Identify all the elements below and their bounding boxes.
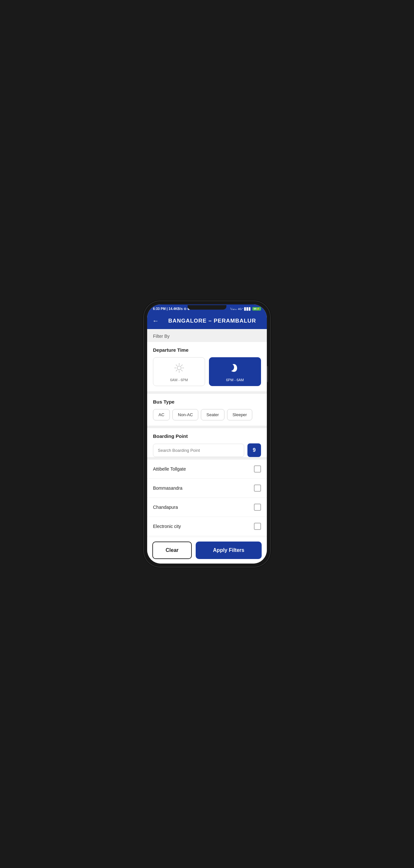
departure-time-title: Departure Time bbox=[153, 347, 261, 353]
boarding-checkbox-chandapura[interactable] bbox=[254, 504, 261, 511]
bus-type-seater[interactable]: Seater bbox=[201, 409, 224, 421]
filter-by-label: Filter By bbox=[153, 334, 261, 339]
svg-line-8 bbox=[176, 370, 177, 371]
departure-time-section: Departure Time bbox=[147, 342, 267, 391]
apply-filters-button[interactable]: Apply Filters bbox=[196, 541, 262, 559]
signal-icon: 𝕍ₒₗₜₑ bbox=[230, 307, 237, 311]
boarding-checkbox-bommasandra[interactable] bbox=[254, 485, 261, 492]
boarding-item-attibelle[interactable]: Attibelle Tollgate bbox=[147, 460, 267, 479]
boarding-search-row: 9 bbox=[153, 443, 261, 457]
boarding-checkbox-electronic-city[interactable] bbox=[254, 523, 261, 530]
time-option-day[interactable]: 6AM - 6PM bbox=[153, 357, 205, 386]
boarding-checkbox-attibelle[interactable] bbox=[254, 465, 261, 472]
page-title: BANGALORE – PERAMBALUR bbox=[163, 318, 262, 324]
filter-by-section: Filter By bbox=[147, 329, 267, 342]
back-button[interactable]: ← bbox=[152, 317, 159, 324]
clear-button[interactable]: Clear bbox=[152, 541, 192, 559]
moon-icon bbox=[230, 363, 240, 375]
boarding-point-title: Boarding Point bbox=[153, 433, 261, 439]
day-time-label: 6AM - 6PM bbox=[170, 378, 188, 382]
time-options-container: 6AM - 6PM 6PM - 6AM bbox=[153, 357, 261, 386]
bottom-actions: Clear Apply Filters bbox=[147, 537, 267, 563]
bus-type-title: Bus Type bbox=[153, 399, 261, 405]
boarding-count-badge: 9 bbox=[247, 443, 261, 457]
svg-point-0 bbox=[177, 366, 181, 370]
night-time-label: 6PM - 6AM bbox=[226, 378, 244, 382]
boarding-point-section: Boarding Point 9 bbox=[147, 428, 267, 457]
bus-type-options-container: AC Non-AC Seater Sleeper bbox=[153, 409, 261, 421]
svg-line-7 bbox=[181, 365, 182, 366]
status-icons: 𝕍ₒₗₜₑ 4G⁺ ▊▊▊ 95⚡ bbox=[230, 307, 261, 311]
bus-type-ac[interactable]: AC bbox=[153, 409, 170, 421]
network-bars: 4G⁺ ▊▊▊ bbox=[238, 307, 251, 311]
status-time-network: 6:33 PM | 14.4KB/s ⊙ ⊕ · bbox=[153, 307, 192, 311]
svg-line-6 bbox=[181, 370, 182, 371]
boarding-item-label: Chandapura bbox=[153, 505, 178, 510]
bus-type-nonac[interactable]: Non-AC bbox=[172, 409, 198, 421]
search-boarding-input[interactable] bbox=[153, 444, 244, 457]
bus-type-sleeper[interactable]: Sleeper bbox=[227, 409, 252, 421]
svg-line-5 bbox=[176, 365, 177, 366]
boarding-item-bommasandra[interactable]: Bommasandra bbox=[147, 479, 267, 498]
sun-icon bbox=[174, 363, 184, 375]
boarding-item-electronic-city[interactable]: Electronic city bbox=[147, 517, 267, 536]
boarding-item-chandapura[interactable]: Chandapura bbox=[147, 498, 267, 517]
main-content: Filter By Departure Time bbox=[147, 329, 267, 537]
battery-indicator: 95⚡ bbox=[252, 307, 261, 311]
boarding-list: Attibelle Tollgate Bommasandra Chandapur… bbox=[147, 460, 267, 537]
boarding-item-label: Bommasandra bbox=[153, 486, 182, 491]
boarding-item-label: Attibelle Tollgate bbox=[153, 466, 186, 471]
boarding-item-label: Electronic city bbox=[153, 524, 181, 529]
time-option-night[interactable]: 6PM - 6AM bbox=[209, 357, 261, 386]
bus-type-section: Bus Type AC Non-AC Seater Sleeper bbox=[147, 394, 267, 426]
page-header: ← BANGALORE – PERAMBALUR bbox=[147, 313, 267, 329]
